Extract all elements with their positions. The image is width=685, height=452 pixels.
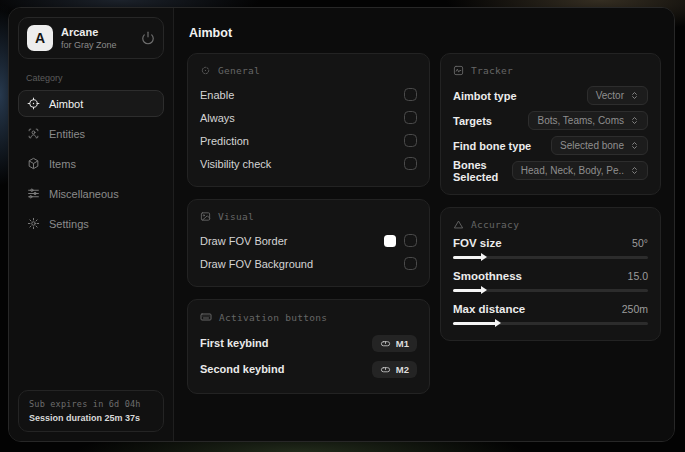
setting-label: First keybind	[200, 337, 268, 349]
brand-name: Arcane	[61, 26, 117, 38]
sliders-icon	[27, 187, 40, 200]
setting-label: Draw FOV Border	[200, 235, 287, 247]
cube-icon	[27, 157, 40, 170]
setting-row-aimbot-type: Aimbot type Vector	[453, 83, 648, 108]
setting-row-first-keybind: First keybind M1	[200, 330, 417, 356]
setting-label: Aimbot type	[453, 90, 517, 102]
setting-row-find-bone-type: Find bone type Selected bone	[453, 133, 648, 158]
crosshair-icon	[200, 65, 211, 76]
slider-label: Max distance	[453, 303, 525, 315]
setting-label: Enable	[200, 89, 234, 101]
crosshair-icon	[27, 97, 40, 110]
draw-fov-background-checkbox[interactable]	[404, 257, 417, 270]
sidebar-nav: Aimbot Entities Items Miscellaneous	[9, 90, 173, 237]
setting-row-draw-fov-background: Draw FOV Background	[200, 252, 417, 275]
brand-subtitle: for Gray Zone	[61, 40, 117, 50]
session-duration-text: Session duration 25m 37s	[29, 413, 153, 423]
image-icon	[200, 211, 211, 222]
second-keybind-button[interactable]: M2	[372, 361, 417, 378]
gear-icon	[27, 217, 40, 230]
general-card: General Enable Always Prediction	[187, 53, 430, 187]
chevrons-up-down-icon	[630, 166, 639, 175]
sidebar-item-aimbot[interactable]: Aimbot	[18, 90, 164, 117]
section-title: Tracker	[471, 65, 513, 76]
setting-label: Targets	[453, 115, 492, 127]
fov-border-color-swatch[interactable]	[384, 235, 396, 247]
setting-row-bones-selected: Bones Selected Head, Neck, Body, Pe..	[453, 158, 648, 183]
page-title: Aimbot	[189, 26, 661, 40]
keyboard-icon	[200, 311, 212, 323]
bones-selected-dropdown[interactable]: Head, Neck, Body, Pe..	[512, 161, 648, 180]
sidebar-item-label: Items	[49, 158, 76, 170]
slider-fill	[453, 256, 482, 259]
slider-value: 15.0	[628, 270, 648, 282]
sidebar-item-miscellaneous[interactable]: Miscellaneous	[18, 180, 164, 207]
max-distance-slider[interactable]	[453, 322, 648, 325]
setting-row-targets: Targets Bots, Teams, Coms	[453, 108, 648, 133]
setting-row-prediction: Prediction	[200, 129, 417, 152]
app-window: A Arcane for Gray Zone Category Aimbot	[8, 7, 675, 442]
sidebar: A Arcane for Gray Zone Category Aimbot	[9, 8, 174, 441]
visual-card: Visual Draw FOV Border Draw FOV Backgrou…	[187, 199, 430, 287]
sidebar-item-settings[interactable]: Settings	[18, 210, 164, 237]
dropdown-value: Bots, Teams, Coms	[537, 115, 624, 126]
section-title: Visual	[218, 211, 254, 222]
setting-label: Find bone type	[453, 140, 531, 152]
section-title: Activation buttons	[219, 312, 327, 323]
first-keybind-button[interactable]: M1	[372, 335, 417, 352]
setting-label: Prediction	[200, 135, 249, 147]
setting-label: Visibility check	[200, 158, 271, 170]
draw-fov-border-checkbox[interactable]	[404, 234, 417, 247]
tracker-card: Tracker Aimbot type Vector	[440, 53, 661, 195]
app-logo: A	[27, 25, 53, 51]
activation-buttons-card: Activation buttons First keybind M1	[187, 299, 430, 394]
sidebar-item-entities[interactable]: Entities	[18, 120, 164, 147]
brand-card: A Arcane for Gray Zone	[18, 17, 164, 59]
targets-dropdown[interactable]: Bots, Teams, Coms	[528, 111, 648, 130]
find-bone-type-dropdown[interactable]: Selected bone	[551, 136, 648, 155]
setting-label: Bones Selected	[453, 159, 512, 183]
enable-checkbox[interactable]	[404, 88, 417, 101]
aimbot-type-dropdown[interactable]: Vector	[587, 86, 648, 105]
triangle-icon	[453, 219, 464, 230]
section-title: Accuracy	[471, 219, 519, 230]
slider-fill	[453, 289, 482, 292]
prediction-checkbox[interactable]	[404, 134, 417, 147]
subscription-card: Sub expires in 6d 04h Session duration 2…	[18, 390, 164, 432]
mouse-icon	[380, 338, 391, 349]
setting-row-draw-fov-border: Draw FOV Border	[200, 229, 417, 252]
always-checkbox[interactable]	[404, 111, 417, 124]
dropdown-value: Head, Neck, Body, Pe..	[521, 165, 624, 176]
slider-value: 250m	[622, 303, 648, 315]
keybind-value: M2	[396, 364, 409, 375]
chevrons-up-down-icon	[630, 116, 639, 125]
section-title: General	[218, 65, 260, 76]
setting-row-visibility-check: Visibility check	[200, 152, 417, 175]
visibility-check-checkbox[interactable]	[404, 157, 417, 170]
chevrons-up-down-icon	[630, 91, 639, 100]
brand-text: Arcane for Gray Zone	[61, 26, 117, 50]
setting-label: Draw FOV Background	[200, 258, 313, 270]
setting-label: Second keybind	[200, 363, 284, 375]
activity-icon	[453, 65, 464, 76]
chevrons-up-down-icon	[630, 141, 639, 150]
smoothness-slider[interactable]	[453, 289, 648, 292]
fov-size-slider-group: FOV size 50°	[453, 237, 648, 259]
max-distance-slider-group: Max distance 250m	[453, 303, 648, 325]
sidebar-item-label: Aimbot	[49, 98, 83, 110]
mouse-icon	[380, 364, 391, 375]
power-icon[interactable]	[141, 31, 155, 45]
setting-label: Always	[200, 112, 235, 124]
setting-row-always: Always	[200, 106, 417, 129]
person-scan-icon	[27, 127, 40, 140]
setting-row-second-keybind: Second keybind M2	[200, 356, 417, 382]
smoothness-slider-group: Smoothness 15.0	[453, 270, 648, 292]
dropdown-value: Selected bone	[560, 140, 624, 151]
sidebar-item-label: Entities	[49, 128, 85, 140]
category-label: Category	[26, 73, 173, 83]
dropdown-value: Vector	[596, 90, 624, 101]
keybind-value: M1	[396, 338, 409, 349]
slider-fill	[453, 322, 496, 325]
sidebar-item-items[interactable]: Items	[18, 150, 164, 177]
fov-size-slider[interactable]	[453, 256, 648, 259]
